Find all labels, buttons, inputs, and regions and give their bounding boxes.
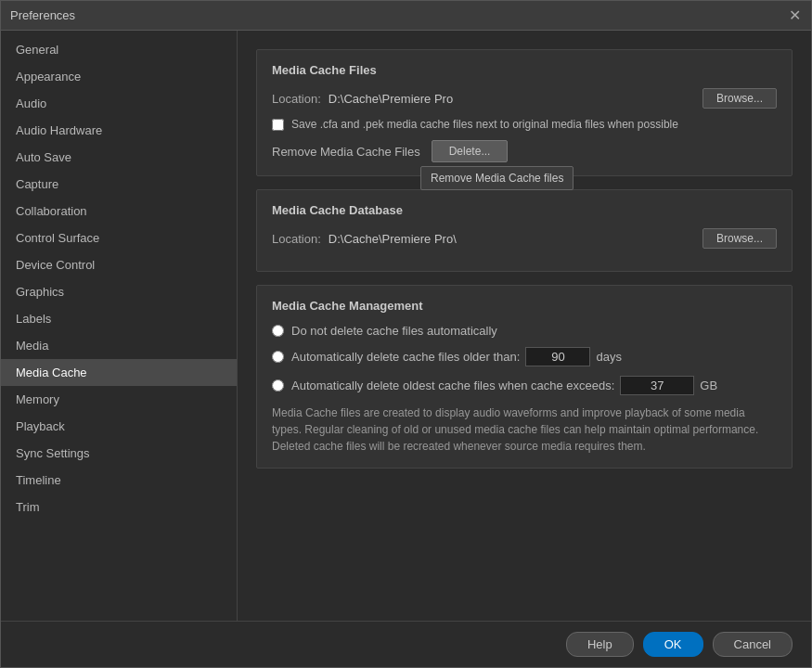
sidebar-item-auto-save[interactable]: Auto Save: [1, 144, 237, 171]
sidebar-item-labels[interactable]: Labels: [1, 305, 237, 332]
sidebar-item-control-surface[interactable]: Control Surface: [1, 225, 237, 251]
radio-auto-delete-older-row: Automatically delete cache files older t…: [272, 347, 777, 366]
footer: Help OK Cancel: [1, 621, 811, 667]
sidebar-item-memory[interactable]: Memory: [1, 386, 237, 413]
radio-auto-delete-exceeds[interactable]: [272, 379, 284, 392]
media-cache-management-section: Media Cache Management Do not delete cac…: [256, 285, 793, 469]
sidebar-item-graphics[interactable]: Graphics: [1, 278, 237, 305]
media-cache-db-path: D:\Cache\Premiere Pro\: [329, 232, 693, 246]
sidebar-item-playback[interactable]: Playback: [1, 413, 237, 440]
radio-auto-delete-older[interactable]: [272, 351, 284, 363]
sidebar-item-trim[interactable]: Trim: [1, 494, 237, 520]
media-cache-database-title: Media Cache Database: [272, 203, 777, 217]
save-checkbox-row: Save .cfa and .pek media cache files nex…: [272, 118, 777, 131]
cache-info-text: Media Cache files are created to display…: [272, 405, 777, 455]
gb-input[interactable]: [620, 376, 694, 395]
preferences-dialog: Preferences ✕ General Appearance Audio A…: [0, 0, 812, 668]
save-cfa-pek-label: Save .cfa and .pek media cache files nex…: [291, 118, 678, 131]
sidebar-item-timeline[interactable]: Timeline: [1, 467, 237, 494]
sidebar: General Appearance Audio Audio Hardware …: [1, 31, 238, 621]
radio-auto-delete-exceeds-label: Automatically delete oldest cache files …: [291, 379, 614, 392]
sidebar-item-general[interactable]: General: [1, 36, 237, 63]
radio-no-delete-label: Do not delete cache files automatically: [291, 324, 497, 338]
days-unit: days: [596, 350, 621, 364]
save-cfa-pek-checkbox[interactable]: [272, 119, 284, 131]
sidebar-item-media[interactable]: Media: [1, 332, 237, 359]
sidebar-item-sync-settings[interactable]: Sync Settings: [1, 440, 237, 467]
title-bar: Preferences ✕: [1, 1, 811, 31]
location-label-1: Location:: [272, 92, 321, 106]
remove-cache-row: Remove Media Cache Files Delete... Remov…: [272, 140, 777, 162]
cancel-button[interactable]: Cancel: [713, 632, 793, 657]
gb-unit: GB: [700, 379, 717, 392]
days-input[interactable]: [525, 347, 590, 366]
sidebar-item-audio[interactable]: Audio: [1, 90, 237, 117]
delete-button[interactable]: Delete...: [432, 140, 509, 162]
media-cache-location-row: Location: D:\Cache\Premiere Pro Browse..…: [272, 88, 777, 109]
media-cache-db-browse-button[interactable]: Browse...: [702, 228, 777, 249]
radio-auto-delete-older-label: Automatically delete cache files older t…: [291, 350, 520, 364]
dialog-title: Preferences: [10, 8, 75, 22]
media-cache-database-section: Media Cache Database Location: D:\Cache\…: [256, 189, 793, 272]
media-cache-location-path: D:\Cache\Premiere Pro: [329, 92, 693, 106]
ok-button[interactable]: OK: [643, 632, 703, 657]
sidebar-item-audio-hardware[interactable]: Audio Hardware: [1, 117, 237, 144]
media-cache-files-title: Media Cache Files: [272, 63, 777, 77]
media-cache-files-section: Media Cache Files Location: D:\Cache\Pre…: [256, 49, 793, 176]
delete-tooltip: Remove Media Cache files: [420, 166, 574, 190]
location-label-2: Location:: [272, 232, 321, 246]
radio-no-delete-row: Do not delete cache files automatically: [272, 324, 777, 338]
media-cache-browse-button[interactable]: Browse...: [702, 88, 777, 109]
sidebar-item-capture[interactable]: Capture: [1, 171, 237, 198]
sidebar-item-appearance[interactable]: Appearance: [1, 63, 237, 90]
radio-auto-delete-exceeds-row: Automatically delete oldest cache files …: [272, 376, 777, 395]
help-button[interactable]: Help: [566, 632, 634, 657]
main-content: Media Cache Files Location: D:\Cache\Pre…: [238, 31, 811, 621]
dialog-body: General Appearance Audio Audio Hardware …: [1, 31, 811, 621]
sidebar-item-collaboration[interactable]: Collaboration: [1, 198, 237, 225]
radio-no-delete[interactable]: [272, 325, 284, 337]
sidebar-item-device-control[interactable]: Device Control: [1, 251, 237, 278]
remove-cache-label: Remove Media Cache Files: [272, 145, 420, 159]
sidebar-item-media-cache[interactable]: Media Cache: [1, 359, 237, 386]
media-cache-management-title: Media Cache Management: [272, 299, 777, 313]
media-cache-db-location-row: Location: D:\Cache\Premiere Pro\ Browse.…: [272, 228, 777, 249]
close-button[interactable]: ✕: [787, 8, 802, 23]
